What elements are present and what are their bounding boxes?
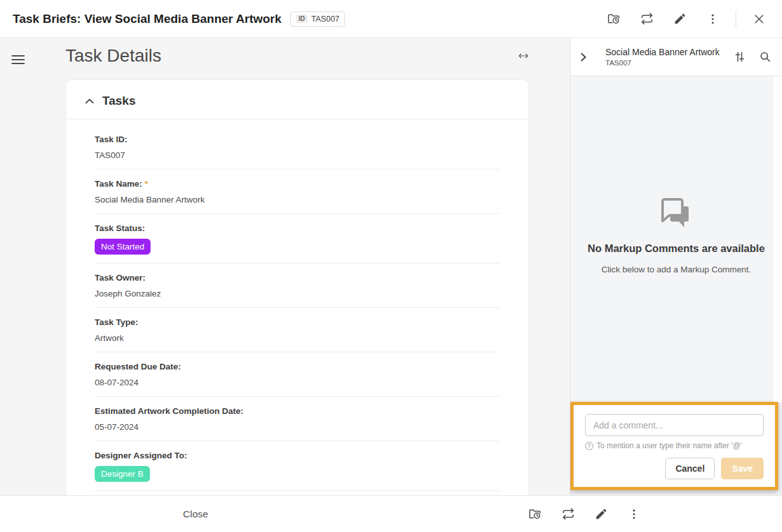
- field-label: Estimated Artwork Completion Date:: [95, 406, 500, 416]
- footer-edit-button[interactable]: [591, 504, 611, 524]
- field-label: Task ID:: [95, 135, 500, 144]
- help-icon: ?: [585, 442, 593, 450]
- field-value: Joseph Gonzalez: [95, 288, 500, 299]
- field-label: Task Status:: [95, 223, 500, 233]
- comments-body: No Markup Comments are available Click b…: [570, 76, 782, 402]
- collapse-panel-button[interactable]: [578, 50, 589, 64]
- page-title: Task Details: [65, 46, 161, 66]
- mention-hint-text: To mention a user type their name after …: [597, 441, 742, 450]
- field-row: Designer Assigned To: Designer B: [95, 441, 500, 491]
- footer-bar: Close: [0, 495, 782, 532]
- kebab-menu-icon: [628, 508, 640, 521]
- section-header-tasks[interactable]: Tasks: [66, 80, 529, 119]
- field-value: 08-07-2024: [95, 377, 500, 388]
- field-label: Designer Assigned To:: [95, 451, 500, 460]
- empty-state: No Markup Comments are available Click b…: [588, 196, 765, 274]
- record-id-badge: ID TAS007: [290, 11, 345, 27]
- required-asterisk: *: [145, 179, 148, 189]
- footer-close-button[interactable]: Close: [183, 509, 208, 520]
- record-detail-area: Task Details Tasks: [0, 38, 570, 495]
- empty-state-title: No Markup Comments are available: [588, 243, 765, 255]
- footer-workflow-button[interactable]: [558, 504, 578, 524]
- markup-comments-panel: Social Media Banner Artwork TAS007: [570, 38, 782, 495]
- status-badge: Not Started: [95, 239, 151, 255]
- chevron-right-icon: [581, 53, 586, 62]
- footer-more-options-button[interactable]: [624, 504, 644, 524]
- kebab-menu-icon: [706, 13, 719, 25]
- screen: Task Briefs: View Social Media Banner Ar…: [0, 0, 782, 532]
- status-badge: Designer B: [95, 466, 150, 482]
- field-row: Task Status: Not Started: [95, 214, 500, 263]
- filter-comments-button[interactable]: [731, 48, 748, 66]
- empty-state-subtitle: Click below to add a Markup Comment.: [588, 265, 765, 274]
- mention-hint: ? To mention a user type their name afte…: [585, 441, 764, 450]
- field-row: Requested Due Date: 08-07-2024: [95, 352, 500, 397]
- workflow-button[interactable]: [637, 9, 657, 29]
- menu-button[interactable]: [11, 55, 25, 65]
- fields-list: Task ID: TAS007 Task Name:* Social Media…: [66, 119, 529, 491]
- field-value: Social Media Banner Artwork: [95, 194, 500, 205]
- field-row: Estimated Artwork Completion Date: 05-07…: [95, 397, 500, 441]
- cancel-button[interactable]: Cancel: [665, 458, 715, 479]
- field-row: Task Type: Artwork: [95, 308, 500, 352]
- edit-button[interactable]: [670, 9, 690, 29]
- footer-record-summary-button[interactable]: [525, 504, 545, 524]
- save-button[interactable]: Save: [721, 458, 764, 479]
- field-value: 05-07-2024: [95, 422, 500, 432]
- hamburger-icon: [11, 55, 25, 65]
- expand-width-button[interactable]: [518, 51, 529, 60]
- id-chip: ID: [296, 15, 307, 23]
- field-value: Not Started: [95, 239, 500, 255]
- record-summary-icon: [607, 11, 621, 26]
- close-icon: [753, 13, 765, 25]
- edit-pencil-icon: [673, 12, 687, 25]
- comment-composer: ? To mention a user type their name afte…: [570, 402, 778, 490]
- page-title-header: Task Briefs: View Social Media Banner Ar…: [13, 12, 281, 26]
- edit-pencil-icon: [595, 507, 608, 521]
- top-header: Task Briefs: View Social Media Banner Ar…: [0, 0, 782, 38]
- panel-subtitle: TAS007: [605, 59, 731, 67]
- resize-horizontal-icon: [518, 51, 529, 60]
- comment-input[interactable]: [585, 414, 764, 436]
- panel-title: Social Media Banner Artwork: [605, 47, 731, 57]
- filter-sliders-icon: [734, 51, 746, 63]
- chat-bubbles-icon: [588, 196, 765, 232]
- repeat-icon: [561, 507, 576, 521]
- field-row: Task Owner: Joseph Gonzalez: [95, 263, 500, 308]
- field-value: Artwork: [95, 333, 500, 343]
- search-icon: [759, 51, 771, 63]
- record-summary-icon: [528, 507, 543, 521]
- toolbar-divider: [736, 11, 736, 27]
- record-summary-button[interactable]: [603, 9, 624, 29]
- search-comments-button[interactable]: [756, 48, 774, 66]
- close-button[interactable]: [749, 9, 769, 29]
- panel-header: Social Media Banner Artwork TAS007: [570, 38, 782, 76]
- field-value: TAS007: [95, 150, 500, 161]
- more-options-button[interactable]: [703, 9, 723, 29]
- section-title: Tasks: [102, 94, 135, 108]
- scrollbar-gutter[interactable]: [774, 76, 782, 402]
- field-row: Task Name:* Social Media Banner Artwork: [95, 170, 500, 214]
- field-row: Task ID: TAS007: [95, 125, 500, 170]
- record-id-value: TAS007: [311, 15, 339, 23]
- record-card: Tasks Task ID: TAS007 Task Name:* Social…: [65, 79, 529, 495]
- chevron-up-icon: [85, 98, 94, 104]
- field-label: Task Type:: [95, 317, 500, 327]
- field-label: Requested Due Date:: [95, 362, 500, 371]
- field-value: Designer B: [95, 466, 500, 482]
- repeat-icon: [640, 11, 654, 26]
- content-area: Task Details Tasks: [0, 38, 782, 495]
- field-label: Task Name:*: [95, 179, 500, 189]
- field-label: Task Owner:: [95, 273, 500, 283]
